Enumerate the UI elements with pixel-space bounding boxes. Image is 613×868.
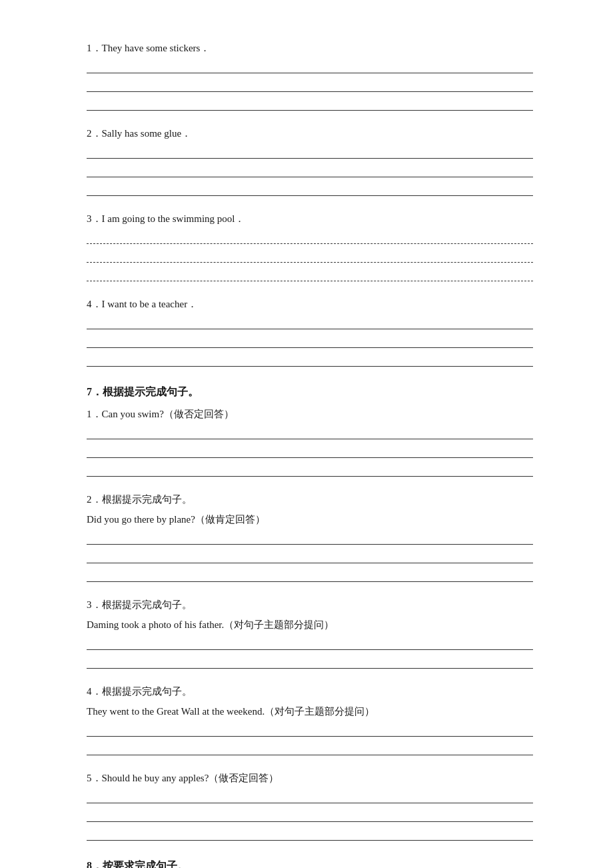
answer-line [87,97,533,111]
answer-line [87,426,533,439]
question-1-1: 1．They have some stickers． [87,40,533,111]
answer-lines [87,145,533,196]
answer-lines [87,231,533,281]
answer-line [87,60,533,73]
answer-lines [87,531,533,582]
answer-line [87,569,533,582]
question-prompt-line1: 3．根据提示完成句子。 [87,597,533,613]
question-prompt: 4．I want to be a teacher． [87,296,533,312]
answer-line [87,316,533,329]
answer-lines [87,316,533,367]
answer-line-dashed [87,268,533,281]
answer-line-dashed [87,231,533,244]
answer-line [87,335,533,348]
answer-lines [87,723,533,755]
question-prompt-line2: They went to the Great Wall at the weeke… [87,703,533,719]
question-prompt: 1．They have some stickers． [87,40,533,56]
answer-line [87,531,533,545]
section-1: 1．They have some stickers． 2．Sally has s… [87,40,533,367]
answer-line [87,353,533,367]
question-prompt: 2．Sally has some glue． [87,125,533,141]
answer-line [87,723,533,737]
question-prompt-line1: 2．根据提示完成句子。 [87,491,533,507]
answer-line [87,637,533,650]
section-7-title: 7．根据提示完成句子。 [87,385,533,399]
section-8: 8．按要求完成句子。 1.They are in the classroom. … [87,859,533,868]
answer-line [87,463,533,477]
question-prompt-line1: 4．根据提示完成句子。 [87,683,533,699]
section-8-title: 8．按要求完成句子。 [87,859,533,868]
question-7-3: 3．根据提示完成句子。 Daming took a photo of his f… [87,597,533,669]
answer-lines [87,426,533,477]
answer-line-dashed [87,249,533,263]
answer-line [87,164,533,177]
answer-line [87,550,533,563]
question-prompt-line2: Did you go there by plane?（做肯定回答） [87,511,533,527]
answer-line [87,809,533,822]
question-prompt: 3．I am going to the swimming pool． [87,211,533,227]
question-7-1: 1．Can you swim?（做否定回答） [87,406,533,477]
question-7-5: 5．Should he buy any apples?（做否定回答） [87,770,533,841]
question-7-4: 4．根据提示完成句子。 They went to the Great Wall … [87,683,533,755]
answer-line [87,742,533,755]
question-prompt: 1．Can you swim?（做否定回答） [87,406,533,422]
question-prompt-line2: Daming took a photo of his father.（对句子主题… [87,617,533,633]
answer-lines [87,637,533,669]
question-1-4: 4．I want to be a teacher． [87,296,533,367]
answer-line [87,655,533,669]
question-7-2: 2．根据提示完成句子。 Did you go there by plane?（做… [87,491,533,582]
question-prompt: 5．Should he buy any apples?（做否定回答） [87,770,533,786]
question-1-3: 3．I am going to the swimming pool． [87,211,533,281]
answer-line [87,79,533,92]
answer-line [87,145,533,159]
question-1-2: 2．Sally has some glue． [87,125,533,196]
answer-line [87,445,533,458]
answer-lines [87,60,533,111]
answer-line [87,183,533,196]
answer-lines [87,790,533,841]
answer-line [87,827,533,841]
section-7: 7．根据提示完成句子。 1．Can you swim?（做否定回答） 2．根据提… [87,385,533,841]
answer-line [87,790,533,803]
